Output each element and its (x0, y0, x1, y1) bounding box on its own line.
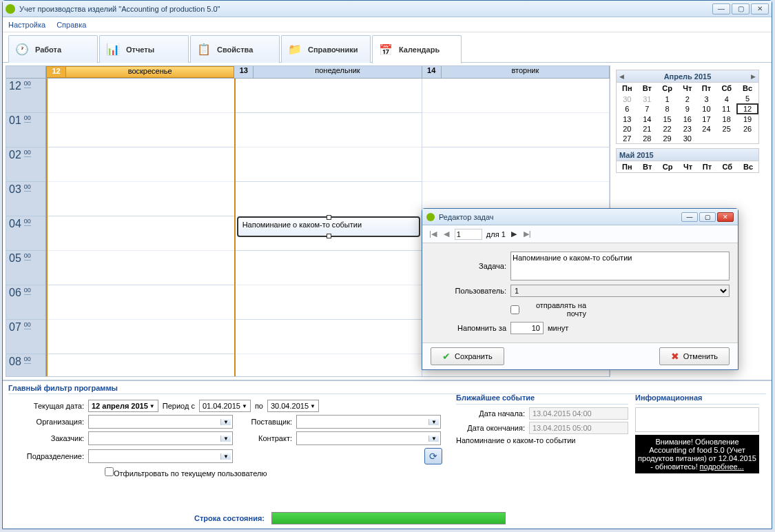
day-header-12[interactable]: 12воскресенье (46, 66, 234, 78)
tab-properties[interactable]: 📋Свойства (190, 35, 280, 63)
month-april: ◀ Апрель 2015 ▶ ПнВтСрЧтПтСбВс3031123456… (616, 70, 759, 144)
day-column-12[interactable] (46, 79, 236, 376)
dialog-maximize-button[interactable]: ▢ (699, 212, 716, 222)
info-message: Внимание! Обновление Accounting of food … (635, 435, 759, 473)
user-select[interactable]: 1 (510, 285, 730, 297)
customer-combo[interactable]: ▼ (88, 431, 233, 445)
month-prev[interactable]: ◀ (619, 73, 624, 80)
send-mail-checkbox[interactable]: отправлять на почту (510, 301, 586, 318)
month-next[interactable]: ▶ (751, 73, 756, 80)
customer-label: Заказчик: (8, 434, 84, 442)
dialog-title: Редактор задач (439, 213, 681, 221)
save-button[interactable]: ✔Сохранить (431, 347, 504, 365)
organization-combo[interactable]: ▼ (88, 415, 233, 429)
app-icon (6, 4, 15, 14)
month-may-table[interactable]: ПнВтСрЧтПтСбВс (617, 161, 758, 172)
current-date-label: Текущая дата: (8, 402, 84, 410)
menubar: Настройка Справка (3, 17, 772, 32)
tabstrip: 🕐Работа 📊Отчеты 📋Свойства 📁Справочники 📅… (3, 32, 772, 63)
calendar-icon: 📅 (378, 42, 393, 57)
day-column-13[interactable]: Напоминание о каком-то событии (236, 79, 423, 376)
status-label: Строка состояния: (194, 514, 265, 522)
clipboard-icon: 📋 (196, 42, 211, 57)
nav-next-icon[interactable]: ▶ (510, 229, 518, 238)
month-may: Май 2015 ПнВтСрЧтПтСбВс (616, 148, 759, 173)
nearest-end: 13.04.2015 05:00 (529, 422, 628, 434)
tab-work[interactable]: 🕐Работа (8, 35, 98, 63)
maximize-button[interactable]: ▢ (732, 3, 750, 14)
nearest-text: Напоминание о каком-то событии (456, 436, 575, 444)
task-label: Задача: (431, 262, 506, 270)
period-to-label: по (255, 402, 263, 410)
menu-settings[interactable]: Настройка (8, 21, 45, 29)
month-title: Апрель 2015 (664, 72, 712, 81)
nav-for-label: для 1 (486, 230, 506, 238)
close-button[interactable]: ✕ (751, 3, 769, 14)
tab-reports[interactable]: 📊Отчеты (99, 35, 189, 63)
task-editor-dialog: Редактор задач — ▢ ✕ |◀ ◀ для 1 ▶ ▶| Зад… (422, 208, 738, 370)
department-label: Подразделение: (8, 452, 84, 460)
cross-icon: ✖ (671, 351, 679, 362)
nav-prev-icon[interactable]: ◀ (442, 229, 451, 238)
info-banner (635, 407, 759, 432)
nav-last-icon[interactable]: ▶| (522, 229, 533, 238)
department-combo[interactable]: ▼ (88, 449, 233, 463)
supplier-label: Поставщик: (237, 418, 292, 426)
contract-label: Контракт: (237, 434, 292, 442)
cancel-button[interactable]: ✖Отменить (659, 347, 730, 365)
current-date-picker[interactable]: 12 апреля 2015▼ (88, 400, 158, 412)
refresh-button[interactable]: ⟳ (424, 448, 442, 464)
task-textarea[interactable]: Напоминание о каком-то событии (510, 252, 730, 280)
progress-bar (271, 512, 506, 524)
remind-label: Напомнить за (431, 324, 506, 332)
chart-icon: 📊 (105, 42, 121, 57)
organization-label: Организация: (8, 418, 84, 426)
folder-icon: 📁 (287, 42, 302, 57)
remind-spinner[interactable] (510, 322, 544, 334)
window-title: Учет производства изделий "Accounting of… (19, 5, 712, 13)
dialog-minimize-button[interactable]: — (681, 212, 698, 222)
period-to-picker[interactable]: 30.04.2015▼ (267, 400, 319, 412)
minimize-button[interactable]: — (712, 3, 730, 14)
period-from-label: Период с (163, 402, 195, 410)
supplier-combo[interactable]: ▼ (296, 415, 441, 429)
nav-page-input[interactable] (455, 229, 482, 240)
info-title: Информационная (635, 393, 759, 405)
remind-unit: минут (548, 324, 568, 332)
month-may-title: Май 2015 (619, 151, 654, 159)
user-label: Пользователь: (431, 287, 506, 295)
nearest-start: 13.04.2015 04:00 (529, 407, 628, 420)
calendar-event[interactable]: Напоминание о каком-то событии (237, 216, 421, 237)
check-icon: ✔ (442, 351, 451, 362)
info-link[interactable]: подробнее... (700, 462, 744, 471)
contract-combo[interactable]: ▼ (296, 431, 441, 445)
tab-calendar[interactable]: 📅Календарь (372, 35, 462, 63)
month-april-table[interactable]: ПнВтСрЧтПтСбВс30311234567891011121314151… (617, 83, 758, 143)
dialog-close-button[interactable]: ✕ (717, 212, 734, 222)
nearest-title: Ближайшее событие (456, 393, 628, 405)
dialog-app-icon (426, 213, 435, 221)
day-header-13[interactable]: 13понедельник (234, 66, 422, 78)
menu-help[interactable]: Справка (56, 21, 86, 29)
filter-title: Главный фильтр программы (8, 384, 766, 394)
filter-by-user-checkbox[interactable]: Отфильтровать по текущему пользователю (105, 467, 267, 478)
dialog-navbar: |◀ ◀ для 1 ▶ ▶| (422, 225, 738, 243)
nearest-end-label: Дата окончания: (456, 424, 525, 432)
nearest-start-label: Дата начала: (456, 409, 525, 418)
day-header-14[interactable]: 14вторник (422, 66, 610, 78)
period-from-picker[interactable]: 01.04.2015▼ (199, 400, 251, 412)
tab-references[interactable]: 📁Справочники (281, 35, 371, 63)
titlebar: Учет производства изделий "Accounting of… (3, 1, 772, 17)
nav-first-icon[interactable]: |◀ (428, 229, 438, 238)
clock-icon: 🕐 (14, 42, 30, 57)
event-text: Напоминание о каком-то событии (242, 221, 362, 229)
